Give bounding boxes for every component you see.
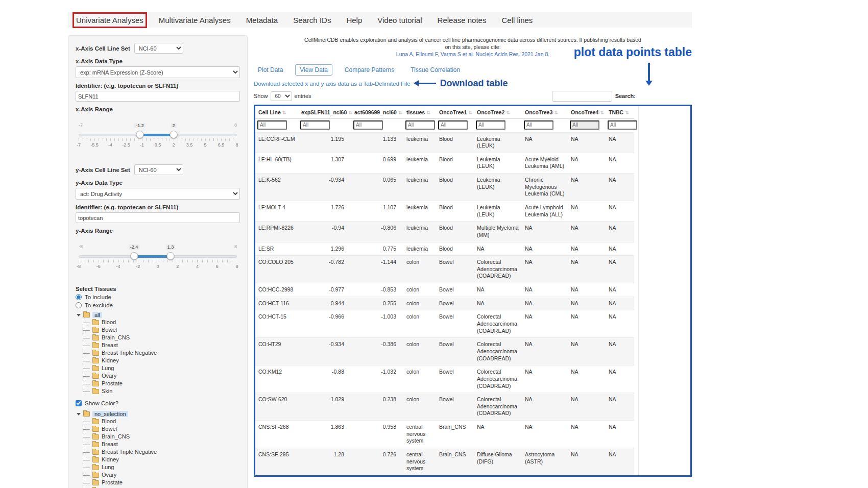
radio-icon[interactable] bbox=[76, 302, 82, 308]
tissue-tree-item[interactable]: Kidney bbox=[81, 456, 240, 463]
table-row[interactable]: CO:HCT-116 -0.944 0.255 colon Bowel NA N… bbox=[255, 297, 634, 310]
filter-input-cell-line[interactable] bbox=[257, 120, 287, 130]
tissue-tree-item[interactable]: Bowel bbox=[81, 326, 240, 334]
filter-input-tissues[interactable] bbox=[405, 120, 435, 130]
filter-input-act609699[interactable] bbox=[353, 120, 383, 130]
y-data-type-select[interactable]: act: Drug Activity bbox=[76, 188, 240, 200]
tissue-tree-item[interactable]: Blood bbox=[81, 418, 240, 425]
column-header-oncotree3[interactable]: OncoTree3⇅ bbox=[522, 106, 568, 119]
x-identifier-input[interactable] bbox=[76, 91, 240, 102]
sort-icon[interactable]: ⇅ bbox=[398, 110, 402, 115]
citation-link[interactable]: Luna A, Elloumi F, Varma S et al. Nuclei… bbox=[396, 51, 549, 57]
tree-collapse-icon[interactable] bbox=[77, 413, 81, 416]
tissue-tree-item[interactable]: Kidney bbox=[81, 357, 240, 364]
nav-tab-metadata[interactable]: Metadata bbox=[246, 16, 278, 25]
filter-input-oncotree1[interactable] bbox=[438, 120, 468, 130]
sort-icon[interactable]: ⇅ bbox=[554, 110, 558, 115]
x-cell-line-set-select[interactable]: NCI-60 bbox=[134, 43, 183, 54]
show-color-row[interactable]: Show Color? bbox=[76, 400, 240, 406]
sort-icon[interactable]: ⇅ bbox=[506, 110, 510, 115]
table-row[interactable]: LE:CCRF-CEM 1.195 1.133 leukemia Blood L… bbox=[255, 132, 634, 153]
download-tsv-link[interactable]: Download selected x and y axis data as a… bbox=[254, 81, 411, 87]
table-row[interactable]: LE:K-562 -0.934 0.065 leukemia Blood Leu… bbox=[255, 174, 634, 201]
table-row[interactable]: LE:HL-60(TB) 1.307 0.699 leukemia Blood … bbox=[255, 153, 634, 173]
tissue-tree-item[interactable]: Prostate bbox=[81, 479, 240, 486]
tissue-tree-item[interactable]: Ovary bbox=[81, 372, 240, 380]
tissue-tree-item[interactable]: Blood bbox=[81, 319, 240, 326]
filter-input-expslfn11[interactable] bbox=[300, 120, 330, 130]
cell-line-cell: LE:K-562 bbox=[255, 174, 298, 201]
column-header-cell-line[interactable]: Cell Line⇅ bbox=[255, 106, 298, 119]
tissue-tree-item[interactable]: Lung bbox=[81, 463, 240, 471]
tissue-tree-item[interactable]: Skin bbox=[81, 387, 240, 395]
tab-view-data[interactable]: View Data bbox=[295, 64, 332, 76]
table-row[interactable]: CO:HCC-2998 -0.977 -0.853 colon Bowel NA… bbox=[255, 283, 634, 297]
sort-icon[interactable]: ⇅ bbox=[282, 110, 286, 115]
tissue-tree-item[interactable]: Ovary bbox=[81, 471, 240, 479]
y-range-handle-from[interactable]: -2.4 bbox=[130, 252, 138, 260]
tissue-tree-item[interactable]: Brain_CNS bbox=[81, 433, 240, 441]
filter-input-oncotree4[interactable] bbox=[570, 120, 599, 130]
column-header-tissues[interactable]: tissues⇅ bbox=[403, 106, 436, 119]
tree-root-all[interactable]: all bbox=[77, 311, 240, 319]
table-row[interactable]: CO:HT29 -0.934 -0.386 colon Bowel Colore… bbox=[255, 338, 634, 365]
table-row[interactable]: CO:KM12 -0.88 -1.032 colon Bowel Colorec… bbox=[255, 365, 634, 393]
x-range-handle-to[interactable]: 2 bbox=[170, 131, 178, 138]
filter-input-oncotree3[interactable] bbox=[524, 120, 553, 130]
sort-icon[interactable]: ⇅ bbox=[600, 110, 604, 115]
search-input[interactable] bbox=[552, 91, 612, 102]
tree-root-no-selection[interactable]: no_selection bbox=[77, 410, 240, 418]
sort-icon[interactable]: ⇅ bbox=[468, 110, 472, 115]
tab-plot-data[interactable]: Plot Data bbox=[254, 65, 287, 75]
tissue-exclude-radio[interactable]: To exclude bbox=[76, 302, 240, 308]
x-range-handle-from[interactable]: -1.2 bbox=[136, 131, 143, 138]
column-header-oncotree2[interactable]: OncoTree2⇅ bbox=[474, 106, 522, 119]
nav-tab-release-notes[interactable]: Release notes bbox=[438, 16, 487, 25]
nav-tab-cell-lines[interactable]: Cell lines bbox=[501, 16, 533, 25]
table-row[interactable]: CO:COLO 205 -0.782 -1.144 colon Bowel Co… bbox=[255, 256, 634, 283]
tab-tissue-correlation[interactable]: Tissue Correlation bbox=[406, 65, 464, 75]
tissue-tree-item[interactable]: Prostate bbox=[81, 380, 240, 387]
sort-icon[interactable]: ⇅ bbox=[625, 110, 629, 115]
tissue-tree-item[interactable]: Breast bbox=[81, 441, 240, 448]
table-row[interactable]: LE:RPMI-8226 -0.94 -0.806 leukemia Blood… bbox=[255, 222, 634, 242]
show-color-checkbox[interactable] bbox=[76, 400, 82, 406]
tissue-tree-item[interactable]: Breast bbox=[81, 341, 240, 349]
sort-icon[interactable]: ⇅ bbox=[426, 110, 430, 115]
tab-compare-patterns[interactable]: Compare Patterns bbox=[341, 65, 398, 75]
tree-collapse-icon[interactable] bbox=[77, 314, 81, 316]
table-row[interactable]: LE:SR 1.296 0.775 leukemia Blood NA NA N… bbox=[255, 242, 634, 256]
table-row[interactable]: CO:HCT-15 -0.966 -1.003 colon Bowel Colo… bbox=[255, 310, 634, 338]
column-header-act609699[interactable]: act609699_nci60⇅ bbox=[351, 106, 403, 119]
y-range-handle-to[interactable]: 1.3 bbox=[167, 252, 175, 260]
tissue-tree-item[interactable]: Bowel bbox=[81, 425, 240, 433]
nav-tab-search-ids[interactable]: Search IDs bbox=[293, 16, 331, 25]
nav-tab-univariate-analyses[interactable]: Univariate Analyses bbox=[76, 16, 143, 25]
tissue-tree-item[interactable]: Lung bbox=[81, 364, 240, 372]
table-row[interactable]: CO:SW-620 -1.029 0.238 colon Bowel Color… bbox=[255, 393, 634, 421]
sort-icon[interactable]: ⇅ bbox=[348, 110, 352, 115]
table-row[interactable]: CNS:SF-295 1.28 0.726 central nervous sy… bbox=[255, 448, 634, 475]
x-range-slider[interactable]: -7 8 -1.2 2 -7 -5.5 -4 bbox=[79, 121, 237, 150]
y-identifier-input[interactable] bbox=[76, 212, 240, 223]
column-header-expslfn11[interactable]: expSLFN11_nci60⇅ bbox=[298, 106, 351, 119]
y-cell-line-set-select[interactable]: NCI-60 bbox=[134, 164, 183, 175]
column-header-tnbc[interactable]: TNBC⇅ bbox=[606, 106, 634, 119]
tissue-include-radio[interactable]: To include bbox=[76, 294, 240, 300]
nav-tab-video-tutorial[interactable]: Video tutorial bbox=[377, 16, 422, 25]
nav-tab-multivariate-analyses[interactable]: Multivariate Analyses bbox=[159, 16, 231, 25]
table-row[interactable]: CNS:SF-268 1.863 0.958 central nervous s… bbox=[255, 421, 634, 448]
x-data-type-select[interactable]: exp: mRNA Expression (Z-Score) bbox=[76, 66, 240, 78]
filter-input-oncotree2[interactable] bbox=[476, 120, 505, 130]
table-row[interactable]: LE:MOLT-4 1.726 1.107 leukemia Blood Leu… bbox=[255, 201, 634, 222]
column-header-oncotree1[interactable]: OncoTree1⇅ bbox=[436, 106, 474, 119]
radio-icon[interactable] bbox=[76, 294, 82, 300]
column-header-oncotree4[interactable]: OncoTree4⇅ bbox=[568, 106, 606, 119]
page-length-select[interactable]: 60 bbox=[271, 91, 292, 101]
nav-tab-help[interactable]: Help bbox=[346, 16, 362, 25]
tissue-tree-item[interactable]: Brain_CNS bbox=[81, 334, 240, 341]
y-range-slider[interactable]: -8 8 -2.4 1.3 -8 -6 -4 bbox=[79, 243, 237, 272]
tissue-tree-item[interactable]: Breast Triple Negative bbox=[81, 349, 240, 357]
filter-input-tnbc[interactable] bbox=[608, 120, 637, 130]
tissue-tree-item[interactable]: Breast Triple Negative bbox=[81, 448, 240, 456]
